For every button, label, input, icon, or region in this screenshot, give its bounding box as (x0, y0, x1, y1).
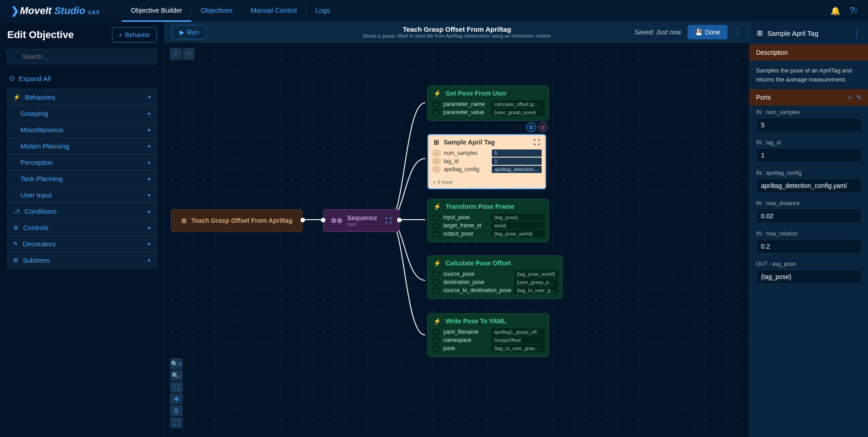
sidebar: Edit Objective + Behavior 🔍 ⊙ Expand All… (0, 22, 165, 437)
duplicate-node-button[interactable]: ⧉ (526, 122, 536, 132)
in-port-icon: → (432, 345, 441, 352)
port-label: OUT : avg_pose (756, 261, 862, 267)
undo-button[interactable]: ↶ (170, 48, 182, 60)
tree-perception[interactable]: Perception▸ (7, 154, 157, 171)
in-port-icon: → (432, 166, 441, 173)
tree-user-input[interactable]: User Input▸ (7, 187, 157, 203)
tree-miscellaneous[interactable]: Miscellaneous▸ (7, 121, 157, 138)
port-input-max-distance[interactable] (756, 209, 862, 223)
chevron-right-icon: ▸ (148, 127, 151, 133)
tab-logs[interactable]: Logs (306, 0, 339, 22)
inspector-description: Samples the pose of an AprilTag and retu… (750, 61, 868, 89)
tree-controls[interactable]: ⚙Controls▸ (7, 219, 157, 236)
undo-redo-group: ↶ ↷ (170, 48, 194, 60)
collapse-icon[interactable]: ⛶ (385, 217, 392, 224)
zoom-in-button[interactable]: 🔍+ (170, 358, 183, 369)
canvas-area: ▶ Run Teach Grasp Offset From Apriltag S… (165, 22, 749, 437)
bolt-icon: ⚡ (433, 203, 441, 210)
bolt-icon: ⚡ (433, 317, 441, 325)
tree-grasping[interactable]: Grasping▸ (7, 105, 157, 122)
port-label: IN : max_distance (756, 200, 862, 206)
tab-manual-control[interactable]: Manual Control (242, 0, 306, 22)
fullscreen-button[interactable]: ⛶ (170, 417, 183, 428)
search-wrap: 🔍 (7, 49, 157, 64)
plus-icon: + (119, 31, 122, 38)
chevron-right-icon: ▸ (148, 192, 151, 198)
chevron-right-icon: ▸ (148, 176, 151, 182)
add-behavior-button[interactable]: + Behavior (112, 27, 157, 43)
add-port-icon[interactable]: + (848, 94, 852, 101)
tab-objective-builder[interactable]: Objective Builder (122, 0, 191, 22)
logo: ❯ MoveIt Studio 2.8.0 (11, 5, 99, 17)
fit-button[interactable]: ⛶ (170, 382, 183, 393)
port-input-tag-id[interactable] (756, 148, 862, 163)
out-port-icon: ← (432, 109, 441, 116)
edit-ports-icon[interactable]: ✎ (856, 94, 862, 101)
port-field-num-samples: IN : num_samples (750, 106, 868, 136)
port-in[interactable] (321, 218, 325, 222)
help-icon[interactable]: ?⃝ (849, 6, 857, 15)
canvas-title-wrap: Teach Grasp Offset From Apriltag Saves a… (363, 25, 551, 38)
inspector-more-icon[interactable]: ⋮ (853, 28, 861, 38)
port-out[interactable] (301, 218, 305, 222)
bell-icon[interactable]: 🔔 (830, 6, 840, 16)
pencil-icon: ✎ (13, 240, 18, 247)
list-button[interactable]: ☰ (170, 405, 183, 416)
node-more-ports[interactable]: + 3 more (428, 178, 545, 188)
objective-subtitle: Saves a grasp offset to yaml file from A… (363, 33, 551, 38)
delete-node-button[interactable]: 🗑 (538, 122, 548, 132)
tree-node-icon: ⊞ (757, 29, 763, 37)
main: Edit Objective + Behavior 🔍 ⊙ Expand All… (0, 22, 868, 437)
chevron-right-icon: ▸ (148, 143, 151, 149)
node-sample-april-tag[interactable]: ⧉ 🗑 ⊞Sample April Tag⛶ →num_samples5 →ta… (427, 134, 546, 189)
tree-conditions[interactable]: ⎇Conditions▸ (7, 203, 157, 220)
node-transform-pose-frame[interactable]: ⚡Transform Pose Frame →input_pose{tag_po… (427, 199, 549, 242)
in-port-icon: → (432, 158, 441, 165)
chevron-down-circle-icon: ⊙ (9, 74, 15, 82)
node-calculate-pose-offset[interactable]: ⚡Calculate Pose Offset →source_pose{tag_… (427, 255, 563, 299)
tree-node-icon: ⊞ (434, 139, 439, 146)
port-input-max-rotation[interactable] (756, 239, 862, 254)
redo-button[interactable]: ↷ (183, 48, 194, 60)
logo-studio: Studio (54, 5, 85, 17)
chevron-right-icon: ▸ (148, 257, 151, 263)
run-button[interactable]: ▶ Run (172, 25, 207, 39)
node-root-label: Teach Grasp Offset From Apriltag (191, 217, 292, 224)
port-input-num-samples[interactable] (756, 118, 862, 132)
port-input-avg-pose[interactable] (756, 269, 862, 284)
behavior-btn-label: Behavior (125, 31, 150, 38)
port-field-max-distance: IN : max_distance (750, 197, 868, 227)
in-port-icon: → (432, 214, 441, 221)
port-field-tag-id: IN : tag_id (750, 136, 868, 166)
tree-decorators[interactable]: ✎Decorators▸ (7, 235, 157, 252)
center-button[interactable]: ✥ (170, 394, 183, 404)
tab-objectives[interactable]: Objectives (192, 0, 242, 22)
save-icon: 💾 (695, 29, 703, 36)
port-label: IN : num_samples (756, 109, 862, 115)
canvas[interactable]: ↶ ↷ 🔍+ 🔍- ⛶ ✥ ☰ ⛶ ⊞ Teach Gr (165, 43, 749, 437)
page-title: Edit Objective (7, 29, 74, 41)
search-input[interactable] (7, 49, 157, 64)
port-input-apriltag-config[interactable] (756, 178, 862, 193)
zoom-out-button[interactable]: 🔍- (170, 370, 183, 381)
tree-motion-planning[interactable]: Motion Planning▸ (7, 138, 157, 154)
tree-subtrees[interactable]: ⊞Subtrees▸ (7, 252, 157, 269)
tree-task-planning[interactable]: Task Planning▸ (7, 170, 157, 187)
in-port-icon: → (432, 270, 441, 278)
done-button[interactable]: 💾 Done (688, 25, 727, 39)
more-menu-icon[interactable]: ⋮ (734, 27, 742, 37)
node-sequence[interactable]: ⚙⚙ Sequence root ⛶ (323, 209, 399, 232)
nav-tabs: Objective Builder Objectives Manual Cont… (122, 0, 339, 22)
node-root[interactable]: ⊞ Teach Grasp Offset From Apriltag (171, 209, 303, 232)
port-label: IN : apriltag_config (756, 170, 862, 176)
bolt-icon: ⚡ (13, 94, 20, 101)
port-out[interactable] (397, 218, 402, 222)
ports-header: Ports + ✎ (750, 89, 868, 106)
tree-behaviors[interactable]: ⚡Behaviors▾ (7, 89, 157, 106)
tree-node-icon: ⊞ (181, 217, 187, 224)
node-get-pose-from-user[interactable]: ⚡Get Pose From User →parameter_namecalcu… (427, 86, 549, 121)
expand-all-button[interactable]: ⊙ Expand All (7, 71, 157, 86)
node-write-pose-to-yaml[interactable]: ⚡Write Pose To YAML →yaml_filenameaprilt… (427, 313, 549, 357)
objective-title: Teach Grasp Offset From Apriltag (363, 25, 551, 33)
expand-node-icon[interactable]: ⛶ (533, 139, 540, 146)
